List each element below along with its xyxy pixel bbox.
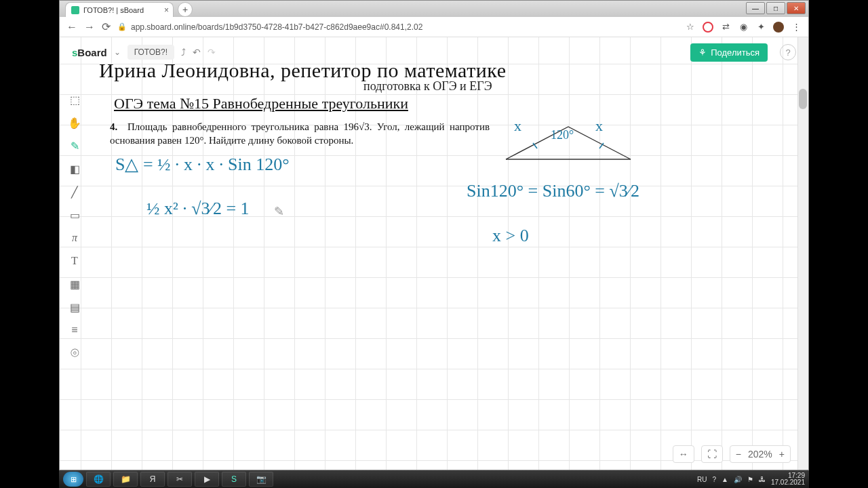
triangle-label-left: x <box>514 117 521 135</box>
equation-1: S△ = ½ · x · x · Sin 120° <box>115 154 290 175</box>
address-bar: ← → ⟳ 🔒 app.sboard.online/boards/1b9d375… <box>60 17 808 37</box>
reload-icon[interactable]: ⟳ <box>102 20 111 33</box>
topic-title: ОГЭ тема №15 Равнобедренные треугольники <box>114 95 795 113</box>
triangle-angle: 120° <box>551 128 574 142</box>
zoom-out-button[interactable]: − <box>736 449 741 460</box>
zoom-in-button[interactable]: + <box>779 449 785 460</box>
triangle-label-right: x <box>595 117 603 135</box>
equation-2: ½ x² · √3⁄2 = 1 <box>146 199 250 219</box>
lang-indicator[interactable]: RU <box>697 476 707 483</box>
titlebar: ГОТОВ?! | sBoard × + — □ ✕ <box>60 1 808 17</box>
rect-tool-icon[interactable]: ▭ <box>66 207 83 223</box>
undo-icon[interactable]: ↶ <box>193 47 201 58</box>
image-tool-icon[interactable]: ▦ <box>66 276 83 292</box>
palette-tool-icon[interactable]: ⦾ <box>66 345 83 361</box>
chevron-down-icon[interactable]: ⌄ <box>114 47 121 57</box>
windows-taskbar: ⊞ 🌐 📁 Я ✂ ▶ S 📷 RU ? ▲ 🔊 ⚑ 🖧 17:29 17.02… <box>59 470 809 488</box>
task-scissors[interactable]: ✂ <box>167 472 192 487</box>
canvas-header: Ирина Леонидовна, репетитор по математик… <box>99 59 795 113</box>
url-text: app.sboard.online/boards/1b9d3750-4728-4… <box>131 22 422 32</box>
opera-icon[interactable] <box>703 22 713 33</box>
favicon-icon <box>71 6 79 14</box>
help-button[interactable]: ? <box>780 44 796 60</box>
window-maximize-button[interactable]: □ <box>766 2 785 14</box>
zoom-level: 202% <box>748 449 772 460</box>
task-camera[interactable]: 📷 <box>249 472 273 487</box>
eraser-tool-icon[interactable]: ◧ <box>66 161 83 177</box>
nav-back-icon[interactable]: ← <box>66 21 77 33</box>
project-name[interactable]: ГОТОВ?! <box>127 45 174 60</box>
scroll-thumb[interactable] <box>799 89 807 109</box>
app-viewport: sBoard ⌄ ГОТОВ?! ⤴ ↶ ↷ ⚘ Поделиться ? ⬚ … <box>60 37 808 470</box>
task-chrome[interactable]: 🌐 <box>86 472 111 487</box>
grid-tool-icon[interactable]: ▤ <box>66 299 83 315</box>
task-skype[interactable]: S <box>222 472 246 487</box>
nav-forward-icon[interactable]: → <box>84 21 95 33</box>
line-tool-icon[interactable]: ╱ <box>66 184 83 200</box>
pan-toggle[interactable]: ↔ <box>673 445 694 463</box>
browser-window: ГОТОВ?! | sBoard × + — □ ✕ ← → ⟳ 🔒 app.s… <box>59 0 809 470</box>
zoom-controls: ↔ ⛶ − 202% + <box>673 445 791 463</box>
cursor-icon: ✎ <box>274 204 284 219</box>
scrollbar[interactable] <box>797 37 808 470</box>
menu-icon[interactable]: ⋮ <box>791 22 802 33</box>
tray-flag-icon[interactable]: ⚑ <box>747 476 753 483</box>
text-tool-icon[interactable]: T <box>66 253 83 269</box>
translate-icon[interactable]: ⇄ <box>720 22 731 33</box>
select-tool-icon[interactable]: ⬚ <box>66 92 83 108</box>
task-yandex[interactable]: Я <box>140 472 165 487</box>
puzzle-icon[interactable]: ✦ <box>755 22 766 33</box>
toolbox: ⬚ ✋ ✎ ◧ ╱ ▭ π T ▦ ▤ ≡ ⦾ <box>65 92 84 361</box>
upload-icon[interactable]: ⤴ <box>181 47 186 58</box>
star-icon[interactable]: ☆ <box>685 22 696 33</box>
tutor-subtitle: подготовка к ОГЭ и ЕГЭ <box>363 79 795 94</box>
tab-title: ГОТОВ?! | sBoard <box>83 6 144 14</box>
task-explorer[interactable]: 📁 <box>113 472 138 487</box>
tray-net-icon[interactable]: 🖧 <box>759 476 766 483</box>
tray-icon-1[interactable]: ? <box>712 476 716 483</box>
tab-close-icon[interactable]: × <box>164 5 169 15</box>
equation-4: x > 0 <box>492 226 529 246</box>
lines-tool-icon[interactable]: ≡ <box>66 322 83 338</box>
url-field[interactable]: 🔒 app.sboard.online/boards/1b9d3750-4728… <box>117 22 678 32</box>
redo-icon[interactable]: ↷ <box>208 47 216 58</box>
tray-volume-icon[interactable]: 🔊 <box>734 476 742 483</box>
browser-tab[interactable]: ГОТОВ?! | sBoard × <box>65 2 174 17</box>
system-tray[interactable]: RU ? ▲ 🔊 ⚑ 🖧 17:29 17.02.2021 <box>697 472 805 486</box>
avatar-icon[interactable] <box>773 22 784 33</box>
sboard-logo[interactable]: sBoard <box>72 47 107 58</box>
window-close-button[interactable]: ✕ <box>787 2 806 14</box>
hand-tool-icon[interactable]: ✋ <box>66 115 83 131</box>
window-minimize-button[interactable]: — <box>746 2 765 14</box>
pen-tool-icon[interactable]: ✎ <box>66 138 83 154</box>
math-tool-icon[interactable]: π <box>66 230 83 246</box>
problem-text: 4. Площадь равнобедренного треугольника … <box>110 120 490 148</box>
tutor-title: Ирина Леонидовна, репетитор по математик… <box>99 59 795 82</box>
task-media[interactable]: ▶ <box>195 472 219 487</box>
clock[interactable]: 17:29 17.02.2021 <box>771 472 805 486</box>
new-tab-button[interactable]: + <box>178 2 193 17</box>
fullscreen-button[interactable]: ⛶ <box>701 445 723 463</box>
shield-icon[interactable]: ◉ <box>738 22 749 33</box>
equation-3: Sin120° = Sin60° = √3⁄2 <box>467 181 639 201</box>
start-button[interactable]: ⊞ <box>63 472 83 487</box>
share-icon: ⚘ <box>698 47 707 58</box>
lock-icon: 🔒 <box>117 22 127 31</box>
tray-icon-2[interactable]: ▲ <box>722 476 728 483</box>
